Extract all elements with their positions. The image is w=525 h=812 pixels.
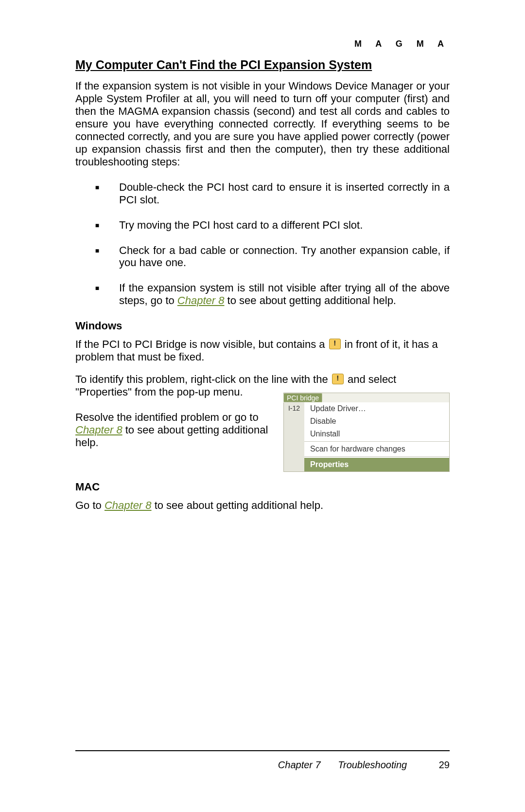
bullet-icon: ■ (75, 181, 119, 206)
tree-node-row: PCI bridge (284, 393, 449, 402)
mac-paragraph: Go to Chapter 8 to see about getting add… (75, 499, 450, 512)
text-pre: Go to (75, 499, 105, 511)
list-item-text: Check for a bad cable or connection. Try… (119, 244, 450, 270)
windows-subheading: Windows (75, 320, 450, 332)
text-post: to see about getting additional help. (152, 499, 324, 511)
list-item-text: Try moving the PCI host card to a differ… (119, 219, 450, 232)
troubleshooting-list: ■ Double-check the PCI host card to ensu… (75, 181, 450, 307)
list-item: ■ Try moving the PCI host card to a diff… (75, 219, 450, 232)
resolve-row: Resolve the identified problem or go to … (75, 398, 450, 472)
menu-item-disable[interactable]: Disable (304, 415, 449, 428)
footer-chapter: Chapter 7 (278, 759, 321, 770)
intro-paragraph: If the expansion system is not visible i… (75, 80, 450, 168)
menu-item-scan-hardware[interactable]: Scan for hardware changes (304, 443, 449, 455)
page-footer: Chapter 7 Troubleshooting 29 (75, 759, 450, 771)
list-item-text-post: to see about getting additional help. (224, 294, 396, 307)
text-pre: To identify this problem, right-click on… (75, 373, 331, 385)
menu-item-properties[interactable]: Properties (304, 458, 449, 471)
menu-separator (304, 441, 449, 442)
windows-paragraph-1: If the PCI to PCI Bridge is now visible,… (75, 338, 450, 363)
chapter-8-link[interactable]: Chapter 8 (177, 294, 225, 307)
menu-item-uninstall[interactable]: Uninstall (304, 428, 449, 440)
list-item: ■ If the expansion system is still not v… (75, 282, 450, 307)
mac-subheading: MAC (75, 481, 450, 493)
bullet-icon: ■ (75, 244, 119, 270)
section-title: My Computer Can't Find the PCI Expansion… (75, 58, 450, 72)
footer-page-number: 29 (439, 759, 450, 770)
list-item: ■ Check for a bad cable or connection. T… (75, 244, 450, 270)
context-menu-items: Update Driver… Disable Uninstall Scan fo… (304, 402, 449, 471)
list-item-text: If the expansion system is still not vis… (119, 282, 450, 307)
menu-item-update-driver[interactable]: Update Driver… (304, 402, 449, 415)
warning-exclamation-icon (332, 374, 344, 384)
tree-sibling-label: I-12 (284, 402, 304, 471)
selected-tree-node: PCI bridge (283, 393, 322, 402)
text-pre: If the PCI to PCI Bridge is now visible,… (75, 338, 328, 350)
bullet-icon: ■ (75, 282, 119, 307)
document-page: M A G M A My Computer Can't Find the PCI… (0, 0, 525, 812)
windows-paragraph-3: Resolve the identified problem or go to … (75, 398, 276, 449)
menu-separator (304, 456, 449, 457)
warning-exclamation-icon (329, 339, 341, 349)
text-pre: Resolve the identified problem or go to (75, 411, 259, 423)
brand-header: M A G M A (75, 39, 450, 49)
bullet-icon: ■ (75, 219, 119, 232)
context-menu-body: I-12 Update Driver… Disable Uninstall Sc… (284, 402, 449, 471)
chapter-8-link[interactable]: Chapter 8 (105, 499, 152, 511)
footer-section: Troubleshooting (338, 759, 407, 770)
list-item-text: Double-check the PCI host card to ensure… (119, 181, 450, 206)
context-menu-screenshot: PCI bridge I-12 Update Driver… Disable U… (283, 393, 450, 472)
list-item: ■ Double-check the PCI host card to ensu… (75, 181, 450, 206)
chapter-8-link[interactable]: Chapter 8 (75, 424, 122, 436)
footer-rule (75, 750, 450, 751)
